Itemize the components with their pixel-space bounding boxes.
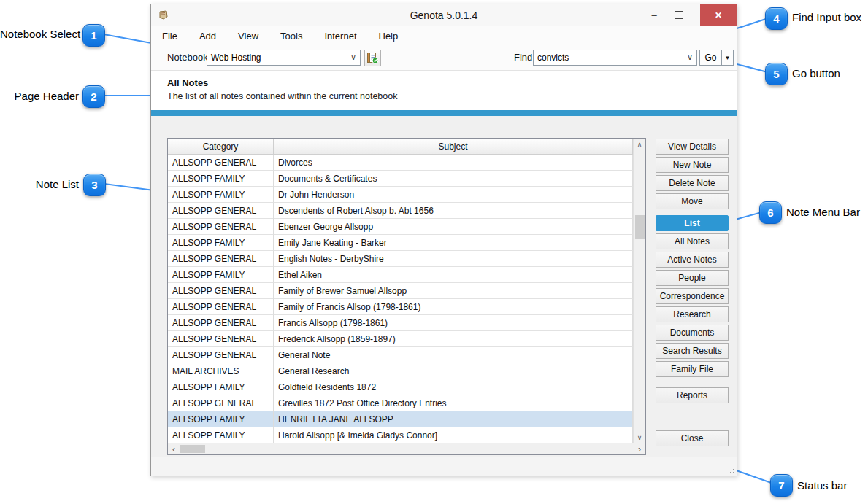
resize-grip[interactable] bbox=[728, 467, 734, 473]
cell-subject: Emily Jane Keating - Barker bbox=[274, 235, 633, 251]
menu-file[interactable]: File bbox=[154, 28, 185, 44]
notebook-label: Notebook bbox=[167, 52, 208, 63]
cell-category: ALLSOPP GENERAL bbox=[168, 315, 274, 331]
cell-category: ALLSOPP FAMILY bbox=[168, 427, 274, 443]
table-row[interactable]: ALLSOPP GENERALEbenzer George Allsopp bbox=[168, 219, 633, 235]
table-row[interactable]: ALLSOPP GENERALFrederick Allsopp (1859-1… bbox=[168, 331, 633, 347]
scroll-up-icon[interactable]: ∧ bbox=[634, 139, 645, 150]
callout-badge-5: 5 bbox=[765, 63, 788, 85]
cell-category: ALLSOPP GENERAL bbox=[168, 299, 274, 315]
find-input[interactable]: convicts ∨ bbox=[533, 50, 697, 66]
family-file-button[interactable]: Family File bbox=[656, 361, 729, 377]
callout-label-page-header: Page Header bbox=[0, 88, 79, 104]
table-row[interactable]: ALLSOPP GENERALDscendents of Robert Also… bbox=[168, 203, 633, 219]
cell-category: ALLSOPP FAMILY bbox=[168, 187, 274, 203]
close-window-button[interactable]: ✕ bbox=[700, 4, 737, 26]
horizontal-scrollbar[interactable]: ‹ › bbox=[168, 443, 645, 454]
table-row[interactable]: ALLSOPP GENERALGeneral Note bbox=[168, 347, 633, 363]
table-row[interactable]: ALLSOPP GENERALFrancis Allsopp (1798-186… bbox=[168, 315, 633, 331]
table-row[interactable]: ALLSOPP GENERALDivorces bbox=[168, 155, 633, 171]
list-button[interactable]: List bbox=[656, 215, 729, 231]
cell-subject: HENRIETTA JANE ALLSOPP bbox=[274, 411, 633, 427]
maximize-button[interactable] bbox=[667, 4, 691, 26]
table-row[interactable]: ALLSOPP GENERALEnglish Notes - DerbyShir… bbox=[168, 251, 633, 267]
cell-subject: Harold Allsopp [& Imelda Gladys Connor] bbox=[274, 427, 633, 443]
button-group: Reports bbox=[656, 387, 729, 403]
cell-subject: Dscendents of Robert Alsop b. Abt 1656 bbox=[274, 203, 633, 219]
research-button[interactable]: Research bbox=[656, 306, 729, 322]
callout-badge-6: 6 bbox=[759, 201, 782, 224]
table-row[interactable]: ALLSOPP FAMILYEthel Aiken bbox=[168, 267, 633, 283]
go-button[interactable]: Go bbox=[699, 50, 722, 66]
table-header-row: Category Subject bbox=[168, 139, 633, 155]
chevron-down-icon: ∨ bbox=[687, 53, 693, 62]
documents-button[interactable]: Documents bbox=[656, 325, 729, 341]
cell-category: ALLSOPP GENERAL bbox=[168, 283, 274, 299]
page-subtitle: The list of all notes contained within t… bbox=[167, 91, 397, 101]
table-row[interactable]: ALLSOPP FAMILYEmily Jane Keating - Barke… bbox=[168, 235, 633, 251]
close-button[interactable]: Close bbox=[656, 430, 729, 446]
callout-label-notebook-select: Notebook Select bbox=[0, 26, 79, 42]
menu-tools[interactable]: Tools bbox=[272, 28, 310, 44]
menu-add[interactable]: Add bbox=[191, 28, 224, 44]
menu-help[interactable]: Help bbox=[371, 28, 407, 44]
notebook-manager-button[interactable] bbox=[364, 50, 381, 66]
chevron-down-icon: ∨ bbox=[350, 53, 356, 62]
column-header-subject[interactable]: Subject bbox=[274, 139, 633, 155]
horizontal-scroll-thumb[interactable] bbox=[180, 445, 205, 453]
button-group: Close bbox=[656, 430, 729, 446]
scroll-down-icon[interactable]: ∨ bbox=[634, 432, 645, 443]
people-button[interactable]: People bbox=[656, 270, 729, 286]
table-row[interactable]: ALLSOPP GENERALGrevilles 1872 Post Offic… bbox=[168, 395, 633, 411]
cell-subject: Grevilles 1872 Post Office Directory Ent… bbox=[274, 395, 633, 411]
cell-subject: Family of Francis Allsop (1798-1861) bbox=[274, 299, 633, 315]
new-note-button[interactable]: New Note bbox=[656, 157, 729, 173]
correspondence-button[interactable]: Correspondence bbox=[656, 288, 729, 304]
search-results-button[interactable]: Search Results bbox=[656, 343, 729, 359]
find-label: Find bbox=[514, 52, 532, 63]
table-row[interactable]: ALLSOPP FAMILYHENRIETTA JANE ALLSOPP bbox=[168, 411, 633, 427]
minimize-button[interactable]: – bbox=[642, 4, 667, 26]
callout-label-note-menu-bar: Note Menu Bar bbox=[786, 204, 860, 220]
annotated-screenshot: Genota 5.0.1.4 – ✕ FileAddViewToolsInter… bbox=[0, 0, 868, 504]
delete-note-button[interactable]: Delete Note bbox=[656, 175, 729, 191]
callout-label-find-input-box: Find Input box bbox=[792, 9, 861, 26]
active-notes-button[interactable]: Active Notes bbox=[656, 252, 729, 268]
menu-view[interactable]: View bbox=[230, 28, 266, 44]
table-row[interactable]: ALLSOPP GENERALFamily of Brewer Samuel A… bbox=[168, 283, 633, 299]
cell-subject: Documents & Certificates bbox=[274, 171, 633, 187]
go-dropdown-button[interactable]: ▼ bbox=[721, 50, 734, 66]
cell-subject: Divorces bbox=[274, 155, 633, 171]
button-group: ListAll NotesActive NotesPeopleCorrespon… bbox=[656, 215, 729, 377]
cell-subject: Ebenzer George Allsopp bbox=[274, 219, 633, 235]
cell-subject: Family of Brewer Samuel Allsopp bbox=[274, 283, 633, 299]
cell-subject: Francis Allsopp (1798-1861) bbox=[274, 315, 633, 331]
cell-category: ALLSOPP GENERAL bbox=[168, 219, 274, 235]
table-row[interactable]: ALLSOPP GENERALFamily of Francis Allsop … bbox=[168, 299, 633, 315]
column-header-category[interactable]: Category bbox=[168, 139, 274, 155]
cell-category: ALLSOPP FAMILY bbox=[168, 267, 274, 283]
notebook-select[interactable]: Web Hosting ∨ bbox=[207, 50, 361, 66]
scroll-right-icon[interactable]: › bbox=[634, 443, 645, 454]
reports-button[interactable]: Reports bbox=[656, 387, 729, 403]
note-list-table: Category Subject ALLSOPP GENERALDivorces… bbox=[167, 138, 646, 455]
table-row[interactable]: ALLSOPP FAMILYHarold Allsopp [& Imelda G… bbox=[168, 427, 633, 443]
table-row[interactable]: ALLSOPP FAMILYDocuments & Certificates bbox=[168, 171, 633, 187]
table-row[interactable]: ALLSOPP FAMILYGoldfield Residents 1872 bbox=[168, 379, 633, 395]
vertical-scrollbar[interactable]: ∧ ∨ bbox=[633, 139, 645, 443]
callout-badge-1: 1 bbox=[82, 24, 105, 47]
scroll-left-icon[interactable]: ‹ bbox=[168, 443, 180, 454]
vertical-scroll-thumb[interactable] bbox=[635, 215, 645, 239]
cell-subject: General Note bbox=[274, 347, 633, 363]
cell-category: ALLSOPP GENERAL bbox=[168, 347, 274, 363]
cell-subject: Dr John Henderson bbox=[274, 187, 633, 203]
status-bar bbox=[151, 457, 737, 476]
table-row[interactable]: ALLSOPP FAMILYDr John Henderson bbox=[168, 187, 633, 203]
page-title: All Notes bbox=[167, 77, 208, 88]
callout-badge-3: 3 bbox=[83, 174, 106, 196]
view-details-button[interactable]: View Details bbox=[656, 139, 729, 155]
table-row[interactable]: MAIL ARCHIVESGeneral Research bbox=[168, 363, 633, 379]
all-notes-button[interactable]: All Notes bbox=[656, 233, 729, 249]
move-button[interactable]: Move bbox=[656, 193, 729, 209]
menu-internet[interactable]: Internet bbox=[316, 28, 364, 44]
